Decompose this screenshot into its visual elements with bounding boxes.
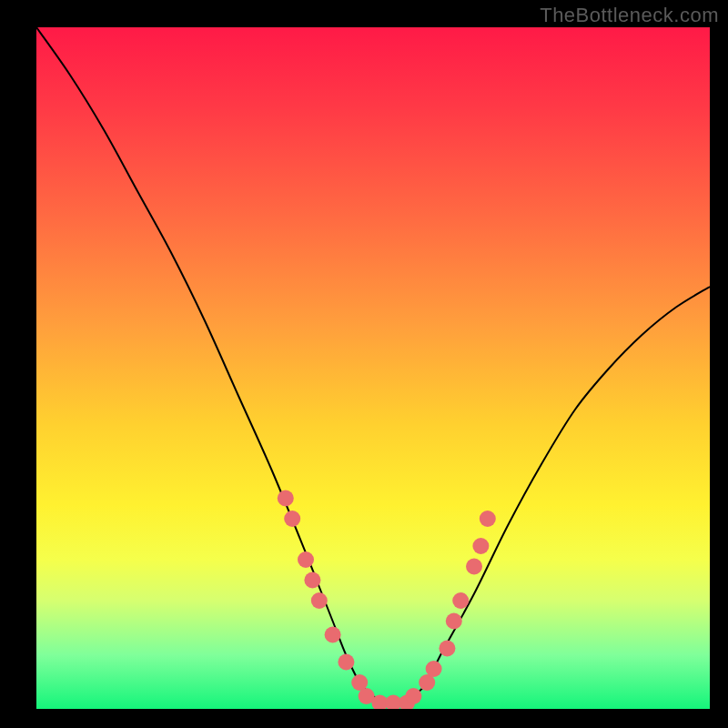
curve-marker xyxy=(439,641,455,657)
curve-marker xyxy=(304,572,320,589)
plot-area xyxy=(36,27,710,710)
curve-marker xyxy=(405,688,421,704)
curve-marker xyxy=(472,538,489,554)
curve-marker xyxy=(298,551,314,568)
curve-marker xyxy=(480,511,496,527)
chart-frame: TheBottleneck.com xyxy=(0,0,728,728)
y-axis xyxy=(35,27,36,710)
bottleneck-curve xyxy=(36,27,710,703)
curve-markers xyxy=(278,490,496,711)
curve-marker xyxy=(426,661,442,677)
x-axis xyxy=(36,709,710,710)
curve-marker xyxy=(452,592,469,609)
curve-marker xyxy=(311,592,328,609)
watermark-text: TheBottleneck.com xyxy=(540,4,719,27)
curve-marker xyxy=(466,559,482,575)
curve-marker xyxy=(338,654,354,671)
curve-layer xyxy=(36,27,710,710)
curve-marker xyxy=(284,511,300,527)
curve-marker xyxy=(325,627,341,643)
curve-marker xyxy=(278,490,294,507)
curve-marker xyxy=(446,613,462,630)
